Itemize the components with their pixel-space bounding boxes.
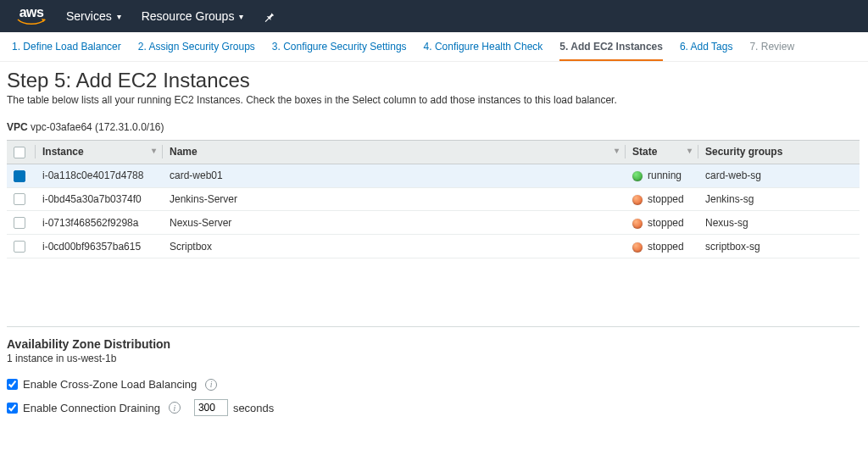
instance-id: i-0a118c0e4017d4788 bbox=[36, 164, 163, 187]
security-group: Nexus-sg bbox=[698, 211, 860, 235]
table-row[interactable]: i-0a118c0e4017d4788card-web01runningcard… bbox=[7, 164, 860, 187]
wizard-step-1[interactable]: 1. Define Load Balancer bbox=[12, 41, 121, 53]
security-group: card-web-sg bbox=[698, 164, 860, 187]
cross-zone-option: Enable Cross-Zone Load Balancing i bbox=[7, 378, 860, 391]
header-select bbox=[7, 141, 36, 164]
wizard-step-6[interactable]: 6. Add Tags bbox=[680, 41, 733, 53]
services-label: Services bbox=[66, 9, 112, 23]
services-menu[interactable]: Services ▾ bbox=[66, 9, 121, 23]
az-distribution-section: Availability Zone Distribution 1 instanc… bbox=[7, 326, 860, 416]
select-all-checkbox[interactable] bbox=[14, 147, 25, 158]
sort-icon: ▾ bbox=[687, 146, 692, 155]
wizard-step-3[interactable]: 3. Configure Security Settings bbox=[272, 41, 407, 53]
page-title: Step 5: Add EC2 Instances bbox=[7, 69, 860, 92]
drain-label: Enable Connection Draining bbox=[23, 402, 160, 414]
drain-seconds-input[interactable] bbox=[194, 399, 228, 416]
instance-name: Jenkins-Server bbox=[163, 187, 626, 211]
row-checkbox[interactable] bbox=[14, 193, 25, 205]
chevron-down-icon: ▾ bbox=[117, 12, 121, 21]
table-row[interactable]: i-0bd45a30a7b0374f0Jenkins-Serverstopped… bbox=[7, 187, 860, 211]
header-instance[interactable]: Instance▾ bbox=[36, 141, 163, 164]
status-running-icon bbox=[632, 171, 643, 181]
instance-state: stopped bbox=[626, 187, 698, 211]
header-name[interactable]: Name▾ bbox=[163, 141, 626, 164]
az-title: Availability Zone Distribution bbox=[7, 337, 860, 351]
instance-id: i-0bd45a30a7b0374f0 bbox=[36, 187, 163, 211]
instance-name: Nexus-Server bbox=[163, 211, 626, 235]
connection-draining-option: Enable Connection Draining i seconds bbox=[7, 399, 860, 416]
pin-icon[interactable] bbox=[264, 11, 275, 22]
resource-groups-menu[interactable]: Resource Groups ▾ bbox=[142, 9, 244, 23]
header-security-groups[interactable]: Security groups bbox=[698, 141, 860, 164]
table-row[interactable]: i-0cd00bf96357ba615Scriptboxstoppedscrip… bbox=[7, 235, 860, 258]
instances-table: Instance▾ Name▾ State▾ Security groups i… bbox=[7, 140, 860, 258]
instance-id: i-0713f468562f9298a bbox=[36, 211, 163, 235]
step-content: Step 5: Add EC2 Instances The table belo… bbox=[0, 62, 868, 442]
info-icon[interactable]: i bbox=[205, 379, 217, 391]
wizard-step-7: 7. Review bbox=[749, 41, 794, 53]
seconds-label: seconds bbox=[233, 402, 274, 414]
instance-name: card-web01 bbox=[163, 164, 626, 187]
wizard-step-2[interactable]: 2. Assign Security Groups bbox=[138, 41, 255, 53]
wizard-step-5[interactable]: 5. Add EC2 Instances bbox=[559, 41, 663, 61]
top-navigation: aws Services ▾ Resource Groups ▾ bbox=[0, 0, 868, 32]
vpc-info: VPC vpc-03afae64 (172.31.0.0/16) bbox=[7, 121, 860, 133]
sort-icon: ▾ bbox=[152, 146, 156, 155]
az-summary: 1 instance in us-west-1b bbox=[7, 353, 860, 364]
security-group: scriptbox-sg bbox=[698, 235, 860, 258]
vpc-value: vpc-03afae64 (172.31.0.0/16) bbox=[31, 121, 164, 133]
instance-state: stopped bbox=[626, 211, 698, 235]
instance-state: stopped bbox=[626, 235, 698, 258]
table-row[interactable]: i-0713f468562f9298aNexus-ServerstoppedNe… bbox=[7, 211, 860, 235]
status-stopped-icon bbox=[632, 219, 643, 229]
page-description: The table below lists all your running E… bbox=[7, 94, 860, 106]
row-checkbox[interactable] bbox=[14, 217, 25, 229]
sort-icon: ▾ bbox=[615, 146, 619, 155]
status-stopped-icon bbox=[632, 195, 643, 205]
vpc-label: VPC bbox=[7, 121, 28, 133]
chevron-down-icon: ▾ bbox=[239, 12, 243, 21]
instance-id: i-0cd00bf96357ba615 bbox=[36, 235, 163, 258]
cross-zone-checkbox[interactable] bbox=[7, 379, 18, 390]
drain-checkbox[interactable] bbox=[7, 403, 18, 414]
aws-logo[interactable]: aws bbox=[17, 6, 46, 26]
header-state[interactable]: State▾ bbox=[626, 141, 698, 164]
wizard-steps: 1. Define Load Balancer 2. Assign Securi… bbox=[0, 32, 868, 62]
instance-state: running bbox=[626, 164, 698, 187]
row-checkbox[interactable] bbox=[14, 170, 25, 182]
wizard-step-4[interactable]: 4. Configure Health Check bbox=[424, 41, 543, 53]
instance-name: Scriptbox bbox=[163, 235, 626, 258]
info-icon[interactable]: i bbox=[169, 402, 181, 414]
aws-logo-text: aws bbox=[19, 6, 44, 19]
aws-smile-icon bbox=[17, 19, 46, 26]
status-stopped-icon bbox=[632, 242, 643, 253]
row-checkbox[interactable] bbox=[14, 241, 25, 253]
security-group: Jenkins-sg bbox=[698, 187, 860, 211]
resource-groups-label: Resource Groups bbox=[142, 9, 235, 23]
cross-zone-label: Enable Cross-Zone Load Balancing bbox=[23, 378, 197, 391]
